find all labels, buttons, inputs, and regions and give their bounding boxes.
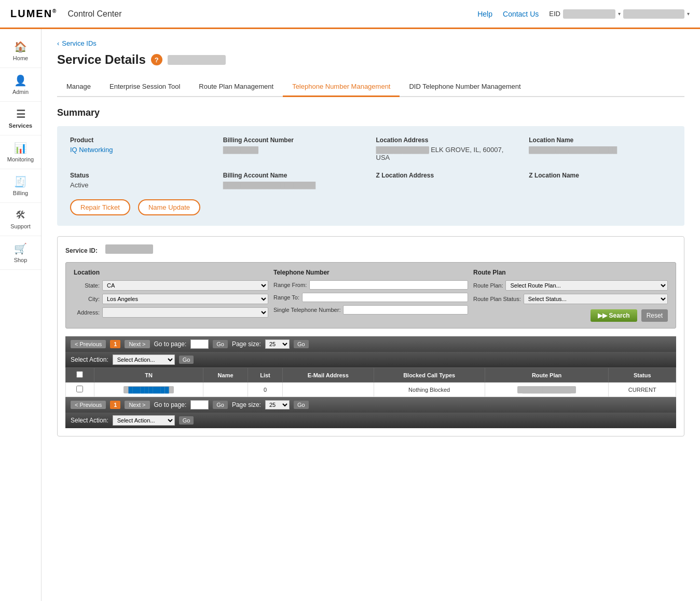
services-icon: ☰ <box>16 108 25 120</box>
city-select[interactable]: Los Angeles <box>102 294 268 304</box>
top-page-size-go[interactable]: Go <box>294 340 309 348</box>
top-next-button[interactable]: Next > <box>125 340 149 348</box>
product-value[interactable]: IQ Networking <box>70 146 113 154</box>
table-row: ██████████ 0 Nothing Blocked ███████████… <box>66 383 676 397</box>
z-location-label: Z Location Address <box>376 172 519 179</box>
route-plan-row: Route Plan: Select Route Plan... <box>473 280 668 291</box>
route-status-select[interactable]: Select Status... <box>524 294 668 304</box>
bottom-go-button[interactable]: Go <box>213 401 228 409</box>
route-status-row: Route Plan Status: Select Status... <box>473 294 668 304</box>
eid-secondary-chevron[interactable]: ▾ <box>687 11 690 17</box>
search-button[interactable]: ▶▶ Search <box>591 309 637 322</box>
th-blocked: Blocked Call Types <box>374 368 485 383</box>
top-go-button[interactable]: Go <box>213 340 228 348</box>
single-tn-input[interactable] <box>343 305 468 315</box>
sidebar-item-shop[interactable]: 🛒 Shop <box>0 236 41 270</box>
reset-button[interactable]: Reset <box>641 309 668 322</box>
top-page-size-select[interactable]: 25 50 100 <box>265 339 290 349</box>
tab-enterprise[interactable]: Enterprise Session Tool <box>100 77 189 97</box>
sidebar-admin-label: Admin <box>12 89 29 95</box>
top-action-select[interactable]: Select Action... <box>113 354 175 365</box>
th-tn: TN <box>94 368 203 383</box>
single-tn-row: Single Telephone Number: <box>273 305 468 315</box>
location-address-value: ████████████ ELK GROVE, IL, 60007, USA <box>376 146 504 161</box>
name-update-button[interactable]: Name Update <box>138 199 200 215</box>
contact-us-link[interactable]: Contact Us <box>503 10 539 18</box>
tab-route-plan[interactable]: Route Plan Management <box>189 77 283 97</box>
bottom-page-size-go[interactable]: Go <box>294 401 309 409</box>
top-action-bar: Select Action: Select Action... Go <box>65 352 676 367</box>
address-select[interactable] <box>102 307 268 318</box>
telephone-filter-group: Telephone Number Range From: Range To: S… <box>273 269 468 318</box>
telephone-data-table: TN Name List E-Mail Address Blocked Call… <box>65 367 676 397</box>
inner-panel-body: Service ID: ████████ Location State: CA <box>58 237 684 436</box>
bottom-previous-button[interactable]: < Previous <box>71 401 106 409</box>
sidebar-item-billing[interactable]: 🧾 Billing <box>0 169 41 203</box>
bottom-goto-input[interactable] <box>190 400 209 409</box>
row-tn-value[interactable]: ██████████ <box>123 386 174 393</box>
billing-account-field: Billing Account Number ████████ <box>223 136 366 161</box>
top-previous-button[interactable]: < Previous <box>71 340 106 348</box>
breadcrumb-arrow: ‹ <box>57 39 59 47</box>
bottom-page-size-select[interactable]: 25 50 100 <box>265 400 290 409</box>
range-to-input[interactable] <box>302 293 468 302</box>
billing-icon: 🧾 <box>14 175 27 188</box>
select-all-checkbox[interactable] <box>76 371 83 378</box>
main-layout: 🏠 Home 👤 Admin ☰ Services 📊 Monitoring 🧾… <box>0 29 700 601</box>
page-title-row: Service Details ? ██████████ <box>57 52 684 67</box>
bottom-action-bar: Select Action: Select Action... Go <box>65 413 676 428</box>
goto-input[interactable] <box>190 339 209 349</box>
tab-manage[interactable]: Manage <box>57 77 100 97</box>
help-icon-button[interactable]: ? <box>151 54 162 65</box>
logo-text: LUMEN <box>10 8 52 19</box>
sidebar-services-label: Services <box>9 122 32 129</box>
billing-name-value: █████████████████████ <box>223 182 316 189</box>
range-from-label: Range From: <box>273 282 307 288</box>
page-size-label: Page size: <box>232 340 261 348</box>
sidebar-item-services[interactable]: ☰ Services <box>0 102 41 135</box>
location-group-title: Location <box>74 269 268 276</box>
help-link[interactable]: Help <box>477 10 492 18</box>
repair-ticket-button[interactable]: Repair Ticket <box>70 199 130 215</box>
top-action-go[interactable]: Go <box>179 356 194 364</box>
sidebar-home-label: Home <box>13 55 28 61</box>
row-checkbox[interactable] <box>76 386 83 392</box>
admin-icon: 👤 <box>14 74 27 87</box>
tab-did[interactable]: DID Telephone Number Management <box>400 77 530 97</box>
th-checkbox <box>66 368 94 383</box>
filter-columns: Location State: CA City: Los Angeles <box>74 269 668 322</box>
breadcrumb-parent-link[interactable]: Service IDs <box>62 39 96 47</box>
row-status-cell: CURRENT <box>609 383 676 397</box>
bottom-select-action-label: Select Action: <box>71 417 108 424</box>
sidebar-item-support[interactable]: 🛠 Support <box>0 203 41 236</box>
bottom-action-select[interactable]: Select Action... <box>113 415 175 426</box>
range-from-input[interactable] <box>309 280 468 290</box>
state-label: State: <box>74 282 100 289</box>
trademark: ® <box>52 8 57 14</box>
tab-bar: Manage Enterprise Session Tool Route Pla… <box>57 77 684 97</box>
city-label: City: <box>74 296 100 302</box>
eid-chevron[interactable]: ▾ <box>618 11 621 17</box>
route-status-label: Route Plan Status: <box>473 296 521 302</box>
address-label: Address: <box>74 309 100 316</box>
route-plan-select[interactable]: Select Route Plan... <box>505 280 668 291</box>
sidebar-item-admin[interactable]: 👤 Admin <box>0 68 41 102</box>
sidebar-support-label: Support <box>10 223 31 229</box>
range-to-row: Range To: <box>273 293 468 302</box>
sidebar-shop-label: Shop <box>14 257 28 263</box>
single-tn-label: Single Telephone Number: <box>273 307 340 313</box>
bottom-action-go[interactable]: Go <box>179 416 194 425</box>
top-nav-right: Help Contact Us EID ██████████ ▾ ███████… <box>477 9 690 19</box>
row-list-cell: 0 <box>248 383 283 397</box>
blocked-call-value: Nothing Blocked <box>408 387 450 393</box>
billing-account-label: Billing Account Number <box>223 136 366 144</box>
sidebar-item-monitoring[interactable]: 📊 Monitoring <box>0 135 41 169</box>
product-field: Product IQ Networking <box>70 136 213 161</box>
shop-icon: 🛒 <box>14 242 27 255</box>
sidebar-item-home[interactable]: 🏠 Home <box>0 34 41 68</box>
service-id-row: Service ID: ████████ <box>65 244 676 254</box>
bottom-next-button[interactable]: Next > <box>125 401 149 409</box>
row-tn-cell: ██████████ <box>94 383 203 397</box>
state-select[interactable]: CA <box>102 280 268 291</box>
tab-telephone[interactable]: Telephone Number Management <box>283 77 400 97</box>
